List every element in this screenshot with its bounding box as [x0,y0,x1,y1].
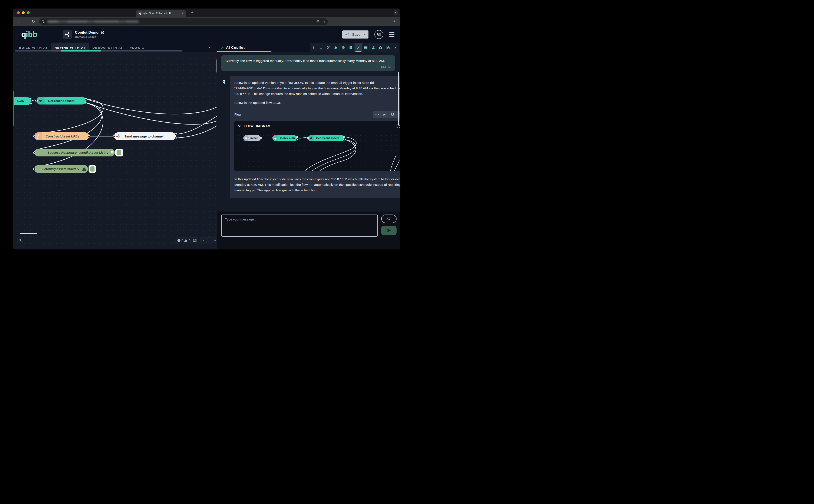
fetching-input-port[interactable] [33,168,36,170]
run-flow-button[interactable]: ▶ [381,111,388,118]
get-recent-output-port-2[interactable] [85,102,87,104]
zoom-in-button[interactable]: + [212,238,217,243]
first-aid-icon[interactable] [377,43,384,52]
app-menu-icon[interactable] [389,32,394,37]
get-recent-output-port-1[interactable] [85,98,87,100]
error-count: 0 [182,239,183,242]
construct-input-port[interactable] [33,135,36,137]
document-icon[interactable] [384,43,392,52]
mini-node-inject[interactable]: inject [243,135,261,141]
canvas-left-scrollbar[interactable] [13,91,14,126]
browser-menu-icon[interactable]: ⋮ [392,19,397,24]
address-bar[interactable]: ☆ [39,18,328,25]
assistant-paragraph-1: Below is an updated version of your flow… [234,80,400,96]
mini-flow-canvas[interactable]: inject iconik-auth [234,131,400,171]
send-output-port-2[interactable] [175,137,177,139]
book-icon[interactable] [317,43,325,52]
copilot-messages[interactable]: Currently, the flow is triggered manuall… [217,52,400,212]
assistant-paragraph-3: In this updated flow, the inject node no… [234,176,400,193]
toolbar-caret-icon[interactable]: ▾ [392,43,399,52]
node-send-message[interactable]: Send message to channel [114,132,176,140]
save-caret-icon[interactable]: ▾ [364,33,365,36]
flow-title-group: Copilot Demo Roman's Space [63,30,104,39]
database-icon[interactable] [347,43,354,52]
magic-wand-icon [220,46,224,49]
zoom-window-button[interactable] [27,11,30,14]
open-flow-external-icon[interactable] [101,31,104,34]
site-settings-icon[interactable] [42,20,45,23]
chat-scrollbar[interactable] [398,72,399,126]
tab-favicon: q [138,11,142,15]
send-output-port-1[interactable] [175,133,177,135]
send-message-button[interactable] [381,226,397,235]
save-button[interactable]: Save ▾ [342,30,368,39]
mini-node-get-recent[interactable]: Get recent assets [308,135,344,141]
send-input-port[interactable] [113,135,115,137]
user-message-text: Currently, the flow is triggered manuall… [225,59,385,63]
minimize-window-button[interactable] [22,11,25,14]
space-name: Roman's Space [75,35,104,39]
success-debug-badge[interactable] [115,149,123,156]
magic-wand-tab-icon[interactable] [354,43,362,52]
minimap-button[interactable] [192,238,198,243]
flow-json-actions: </> ▶ [373,111,400,118]
tab-close-icon[interactable]: × [182,12,184,15]
browser-tab[interactable]: q qibb Flow : Refine with AI × [136,10,186,17]
zoom-out-button[interactable]: − [201,238,206,243]
canvas-search-button[interactable] [17,238,23,243]
add-tab-button[interactable]: + [200,44,202,49]
settings-gear-icon: ⚙ [387,216,391,221]
view-code-button[interactable]: </> [373,111,381,118]
collapse-chevron-icon[interactable] [238,125,241,127]
flow-branch-icon [63,30,72,39]
issue-counters[interactable]: 0 0 [175,238,192,243]
node-construct-asset-urls[interactable]: f Construct Asset URLs [34,132,89,140]
tab-list-caret-icon[interactable]: ▾ [209,46,210,49]
qibb-avatar: q [221,76,230,198]
warning-triangle-icon [80,165,88,173]
tab-search-button[interactable]: ▾ [394,10,398,15]
fetching-debug-badge[interactable] [89,165,96,173]
construct-output-port[interactable] [88,135,90,137]
node-auth-output-port-2[interactable] [30,102,32,104]
flow-diagram-block: FLOW DIAGRAM [234,121,400,171]
flow-diagram-title: FLOW DIAGRAM [244,123,271,129]
mini-node-iconik-auth[interactable]: iconik-auth [273,135,297,141]
qibb-logo[interactable]: qibb [21,30,37,39]
browser-tabstrip: q qibb Flow : Refine with AI × + ▾ [13,9,400,17]
bug-icon[interactable] [332,43,340,52]
node-success-response[interactable]: Success Response - Iconik Asset List ↘ [34,149,115,156]
map-icon [193,239,196,242]
flow-canvas[interactable]: Auth [13,52,217,249]
chat-input[interactable] [221,215,378,237]
zoom-page-icon[interactable] [316,20,320,23]
mini-iconik-icon [308,135,314,141]
node-auth-output-port-1[interactable] [30,98,32,100]
zoom-reset-button[interactable]: ○ [206,238,212,243]
info-icon[interactable]: i [310,43,317,52]
get-recent-input-port[interactable] [35,100,38,102]
canvas-bottom-scrollbar[interactable] [20,233,37,234]
chat-settings-button[interactable]: ⚙ [381,215,397,223]
warning-count: 0 [189,239,190,242]
flask-icon[interactable] [369,43,377,52]
list-icon[interactable] [362,43,369,52]
git-branch-icon[interactable] [325,43,332,52]
flow-name: Copilot Demo [75,30,99,35]
new-tab-button[interactable]: + [191,10,193,15]
user-avatar[interactable]: RO [374,30,383,39]
reload-button[interactable]: ↻ [30,18,37,25]
node-auth[interactable]: Auth [14,97,31,105]
browser-toolbar: ← → ↻ ☆ ⋮ [13,17,400,26]
copy-button[interactable] [388,111,396,118]
tab-title: qibb Flow : Refine with AI [143,12,180,14]
forward-button[interactable]: → [23,18,29,25]
success-input-port[interactable] [33,152,36,154]
bookmark-star-icon[interactable]: ☆ [322,20,325,23]
canvas-right-scrollbar[interactable] [216,59,216,73]
gear-icon[interactable]: ⚙ [340,43,347,52]
back-button[interactable]: ← [16,18,22,25]
node-get-recent-assets[interactable]: Get recent assets [36,97,86,105]
close-window-button[interactable] [17,11,20,14]
node-fetching-failed[interactable]: Fetching assets failed ↘ [34,165,88,173]
